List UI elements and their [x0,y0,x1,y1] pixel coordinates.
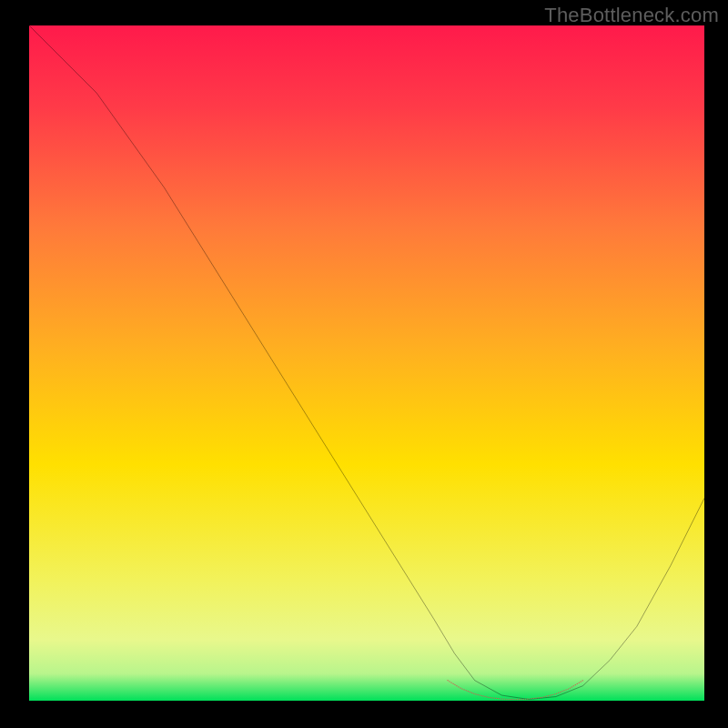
gradient-background [29,25,704,701]
bottleneck-chart [29,25,704,701]
watermark-text: TheBottleneck.com [544,4,719,27]
chart-frame: TheBottleneck.com [0,0,728,728]
